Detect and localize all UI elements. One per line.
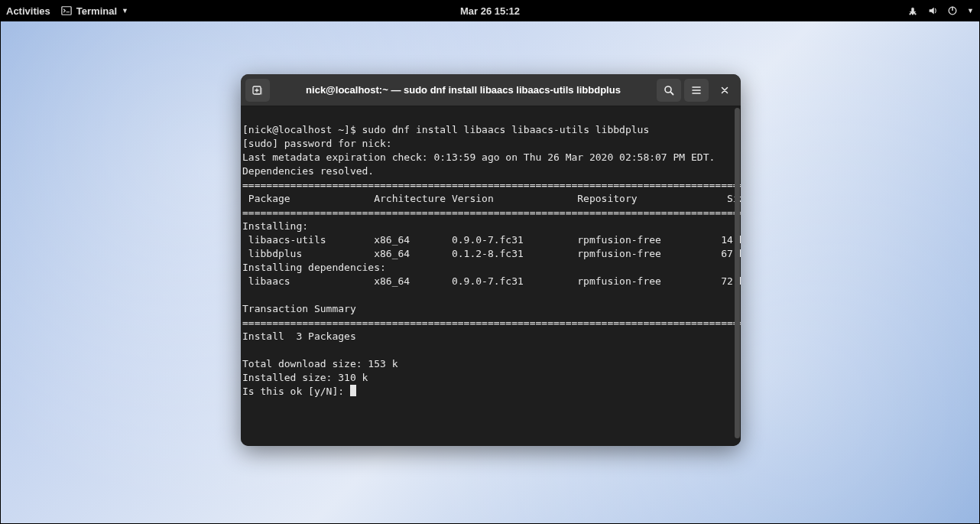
- terminal-window: nick@localhost:~ — sudo dnf install liba…: [241, 74, 741, 446]
- deps-resolved: Dependencies resolved.: [242, 165, 374, 177]
- install-count: Install 3 Packages: [242, 330, 356, 342]
- confirm-prompt: Is this ok [y/N]:: [242, 386, 350, 397]
- table-row: libbdplus x86_64 0.1.2-8.fc31 rpmfusion-…: [242, 248, 741, 259]
- svg-line-8: [670, 92, 673, 94]
- search-button[interactable]: [657, 79, 681, 102]
- menu-button[interactable]: [684, 79, 709, 102]
- app-menu-label: Terminal: [76, 5, 117, 17]
- table-header: Package Architecture Version Repository …: [242, 193, 741, 204]
- network-icon[interactable]: [907, 5, 918, 16]
- svg-rect-0: [62, 7, 71, 15]
- installed-size: Installed size: 310 k: [242, 372, 368, 383]
- total-download: Total download size: 153 k: [242, 358, 398, 369]
- system-menu-caret-icon[interactable]: ▼: [967, 7, 974, 15]
- installing-label: Installing:: [242, 220, 308, 232]
- separator: ========================================…: [242, 207, 741, 218]
- search-icon: [663, 84, 675, 96]
- separator: ========================================…: [242, 179, 741, 190]
- installing-deps-label: Installing dependencies:: [242, 262, 386, 273]
- separator: ========================================…: [242, 317, 741, 328]
- new-tab-button[interactable]: [245, 79, 270, 102]
- terminal-icon: [61, 5, 72, 16]
- metadata-line: Last metadata expiration check: 0:13:59 …: [242, 151, 715, 163]
- chevron-down-icon: ▼: [122, 7, 128, 15]
- table-row: libaacs-utils x86_64 0.9.0-7.fc31 rpmfus…: [242, 234, 741, 246]
- close-icon: [719, 85, 730, 96]
- blank-line: [242, 344, 248, 356]
- sudo-prompt: [sudo] password for nick:: [242, 138, 398, 149]
- hamburger-icon: [690, 84, 703, 96]
- command: sudo dnf install libaacs libaacs-utils l…: [362, 124, 650, 135]
- gnome-topbar: Activities Terminal ▼ Mar 26 15:12 ▼: [0, 0, 980, 21]
- svg-point-2: [912, 13, 913, 15]
- terminal-output[interactable]: [nick@localhost ~]$ sudo dnf install lib…: [241, 106, 741, 446]
- titlebar[interactable]: nick@localhost:~ — sudo dnf install liba…: [241, 74, 741, 106]
- table-row: libaacs x86_64 0.9.0-7.fc31 rpmfusion-fr…: [242, 275, 741, 287]
- new-tab-icon: [251, 84, 264, 96]
- desktop: nick@localhost:~ — sudo dnf install liba…: [0, 21, 980, 524]
- transaction-summary: Transaction Summary: [242, 303, 356, 314]
- power-icon[interactable]: [947, 5, 958, 16]
- blank-line: [242, 289, 248, 301]
- scrollbar[interactable]: [735, 108, 740, 438]
- volume-icon[interactable]: [927, 5, 938, 16]
- clock[interactable]: Mar 26 15:12: [460, 5, 520, 17]
- window-title: nick@localhost:~ — sudo dnf install liba…: [273, 84, 654, 96]
- prompt: [nick@localhost ~]$: [242, 124, 362, 135]
- app-menu[interactable]: Terminal ▼: [61, 5, 128, 17]
- activities-button[interactable]: Activities: [6, 5, 50, 17]
- close-button[interactable]: [713, 79, 736, 102]
- cursor: [350, 385, 356, 396]
